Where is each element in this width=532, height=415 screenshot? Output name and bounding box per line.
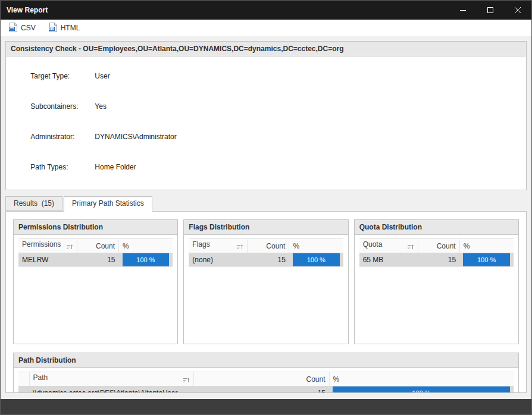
column-header-count[interactable]: Count: [77, 239, 119, 253]
field-value: DYNAMICS\Administrator: [95, 133, 176, 141]
percent-bar-label: 100 %: [412, 389, 430, 393]
content-area: Consistency Check - OU=Employees,OU=Atla…: [1, 36, 531, 399]
cell-percent[interactable]: 100 %: [329, 386, 514, 394]
column-header-count[interactable]: Count: [248, 239, 289, 253]
view-report-window: View Report C: [0, 0, 532, 415]
percent-bar: 100 %: [333, 386, 510, 393]
window-title: View Report: [1, 6, 48, 14]
flags-distribution-box: Flags Distribution Flags: [183, 219, 348, 344]
cell-count[interactable]: 15: [77, 253, 119, 267]
close-button[interactable]: [504, 1, 531, 20]
primary-path-statistics-panel: Permissions Distribution: [5, 211, 527, 393]
sort-ascending-icon: [67, 243, 73, 251]
minimize-icon: [460, 7, 466, 13]
sort-ascending-icon: [237, 243, 243, 251]
cell-quota[interactable]: 65 MB: [359, 253, 418, 267]
column-header-label: Flags: [192, 240, 209, 249]
field-label: Path Types:: [30, 162, 95, 172]
tab-results[interactable]: Results (15): [5, 196, 62, 211]
column-header-label: Permissions: [22, 240, 61, 249]
sort-ascending-icon: [183, 376, 190, 385]
path-distribution-title: Path Distribution: [14, 353, 518, 368]
html-button-label: HTML: [61, 24, 80, 32]
report-summary-box: Consistency Check - OU=Employees,OU=Atla…: [5, 41, 527, 190]
percent-bar: 100 %: [463, 253, 510, 266]
column-header-path[interactable]: Path: [29, 372, 193, 386]
table-header-row: Quota Count %: [359, 239, 514, 253]
table-row[interactable]: 65 MB 15 100 %: [359, 253, 514, 267]
window-controls: [449, 1, 531, 20]
quota-table: Quota Count % 65 MB 15: [359, 238, 514, 267]
report-summary-fields: Target Type:User Subcontainers:Yes Admin…: [6, 56, 526, 190]
percent-bar-label: 100 %: [307, 256, 326, 263]
column-header-count[interactable]: Count: [193, 372, 329, 386]
column-header-permissions[interactable]: Permissions: [18, 239, 77, 253]
percent-bar-label: 100 %: [477, 256, 496, 263]
html-file-icon: [49, 23, 58, 34]
flags-distribution-title: Flags Distribution: [184, 220, 348, 235]
cell-count[interactable]: 15: [418, 253, 459, 267]
column-header-label: Quota: [363, 240, 383, 249]
cell-count[interactable]: 15: [193, 386, 329, 394]
table-row[interactable]: (none) 15 100 %: [189, 253, 343, 267]
column-header-quota[interactable]: Quota: [359, 239, 418, 253]
csv-file-icon: [9, 23, 18, 34]
window-bottom-bar: [1, 399, 531, 414]
field-value: Home Folder: [95, 163, 136, 171]
distribution-row: Permissions Distribution: [13, 219, 519, 344]
column-header-percent[interactable]: %: [119, 239, 173, 253]
table-row[interactable]: \\dynamics.cctec.org\DFS\Atlanta\Altanta…: [18, 386, 514, 394]
cell-flags[interactable]: (none): [189, 253, 248, 267]
toolbar: CSV HTML: [1, 20, 531, 36]
maximize-icon: [487, 7, 493, 13]
permissions-distribution-title: Permissions Distribution: [14, 220, 177, 235]
table-row[interactable]: MELRW 15 100 %: [18, 253, 173, 267]
field-label: Subcontainers:: [30, 102, 95, 112]
close-icon: [515, 7, 521, 13]
sort-ascending-icon: [408, 243, 414, 251]
quota-distribution-box: Quota Distribution Quota: [354, 219, 519, 344]
cell-count[interactable]: 15: [248, 253, 289, 267]
maximize-button[interactable]: [477, 1, 504, 20]
tab-primary-path-statistics[interactable]: Primary Path Statistics: [64, 196, 152, 212]
titlebar[interactable]: View Report: [1, 1, 531, 20]
field-label: Administrator:: [30, 132, 95, 142]
cell-percent[interactable]: 100 %: [289, 253, 343, 267]
html-export-button[interactable]: HTML: [44, 20, 85, 36]
table-header-row: Permissions Count %: [18, 239, 173, 253]
field-target-type: Target Type:User: [11, 61, 521, 92]
cell-percent[interactable]: 100 %: [119, 253, 173, 267]
field-path-types: Path Types:Home Folder: [11, 152, 521, 183]
column-header-percent[interactable]: %: [459, 239, 514, 253]
column-header-percent[interactable]: %: [329, 372, 514, 386]
column-header-label: Path: [33, 373, 48, 382]
percent-bar: 100 %: [293, 253, 340, 266]
minimize-button[interactable]: [449, 1, 477, 20]
field-subcontainers: Subcontainers:Yes: [11, 92, 521, 122]
column-header-flags[interactable]: Flags: [189, 239, 248, 253]
quota-distribution-body: Quota Count % 65 MB 15: [355, 235, 518, 344]
field-administrator: Administrator:DYNAMICS\Administrator: [11, 122, 521, 152]
report-summary-title: Consistency Check - OU=Employees,OU=Atla…: [6, 42, 526, 56]
flags-distribution-body: Flags Count % (none) 15: [184, 235, 348, 344]
field-value: Yes: [95, 102, 107, 111]
cell-path[interactable]: \\dynamics.cctec.org\DFS\Atlanta\Altanta…: [29, 386, 193, 394]
quota-distribution-title: Quota Distribution: [355, 220, 518, 235]
permissions-table: Permissions Count % MELRW 15: [18, 238, 173, 267]
percent-bar-label: 100 %: [136, 256, 155, 263]
field-label: Target Type:: [30, 71, 95, 81]
column-header-indicator: [18, 372, 29, 386]
permissions-distribution-body: Permissions Count % MELRW 15: [14, 235, 177, 344]
permissions-distribution-box: Permissions Distribution: [13, 219, 178, 344]
flags-table: Flags Count % (none) 15: [189, 238, 343, 267]
percent-bar: 100 %: [123, 253, 170, 266]
path-table: Path Count % \\dynamics.cctec.org\DFS\At…: [18, 372, 514, 393]
path-distribution-box: Path Distribution Path: [13, 353, 519, 393]
cell-permissions[interactable]: MELRW: [18, 253, 77, 267]
csv-export-button[interactable]: CSV: [4, 20, 40, 36]
column-header-count[interactable]: Count: [418, 239, 459, 253]
table-header-row: Path Count %: [18, 372, 514, 386]
cell-row-indicator[interactable]: [18, 386, 29, 394]
cell-percent[interactable]: 100 %: [459, 253, 514, 267]
column-header-percent[interactable]: %: [289, 239, 343, 253]
